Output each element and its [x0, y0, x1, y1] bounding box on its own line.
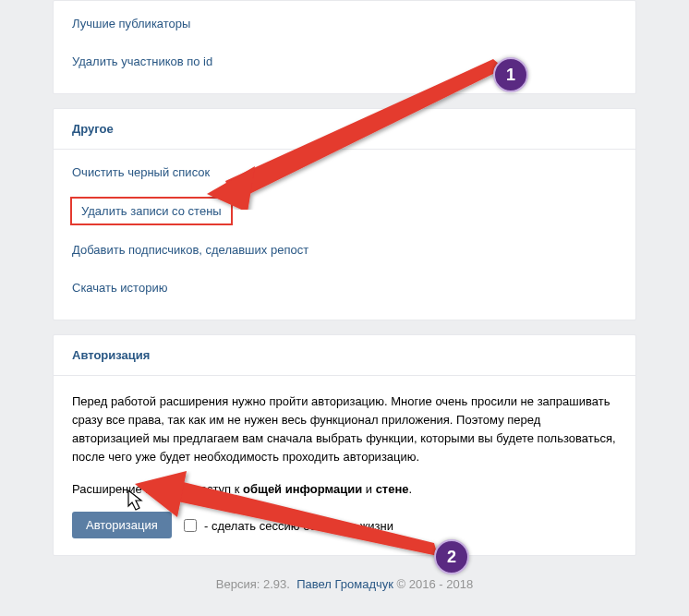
panel-other: Другое Очистить черный список Удалить за… — [53, 108, 636, 320]
mouse-cursor-icon — [127, 489, 146, 513]
link-delete-members-by-id[interactable]: Удалить участников по id — [54, 42, 635, 80]
auth-controls: Авторизация - сделать сессию без срока ж… — [72, 512, 617, 539]
footer-author-link[interactable]: Павел Громадчук — [296, 577, 393, 591]
auth-scopes: Расширение получит доступ к общей информ… — [72, 480, 617, 499]
svg-marker-4 — [128, 490, 141, 510]
link-best-publishers[interactable]: Лучшие публикаторы — [54, 5, 635, 42]
link-download-history[interactable]: Скачать историю — [54, 269, 635, 307]
panel-auth-header: Авторизация — [54, 335, 635, 376]
session-no-expire-checkbox[interactable] — [184, 519, 197, 532]
link-add-reposters[interactable]: Добавить подписчиков, сделавших репост — [54, 231, 635, 269]
session-no-expire-label: - сделать сессию без срока жизни — [204, 519, 393, 533]
auth-description: Перед работой расширения нужно пройти ав… — [72, 393, 617, 467]
footer: Версия: 2.93. Павел Громадчук © 2016 - 2… — [53, 570, 636, 610]
link-clear-blacklist[interactable]: Очистить черный список — [54, 153, 635, 191]
top-panel: Лучшие публикаторы Удалить участников по… — [53, 0, 636, 94]
link-delete-wall-posts-highlight: Удалить записи со стены — [70, 197, 233, 225]
annotation-badge-1: 1 — [493, 57, 528, 92]
annotation-badge-2: 2 — [434, 539, 469, 574]
link-delete-wall-posts[interactable]: Удалить записи со стены — [81, 204, 222, 218]
panel-other-header: Другое — [54, 109, 635, 150]
panel-auth: Авторизация Перед работой расширения нуж… — [53, 334, 636, 556]
auth-button[interactable]: Авторизация — [72, 512, 172, 539]
